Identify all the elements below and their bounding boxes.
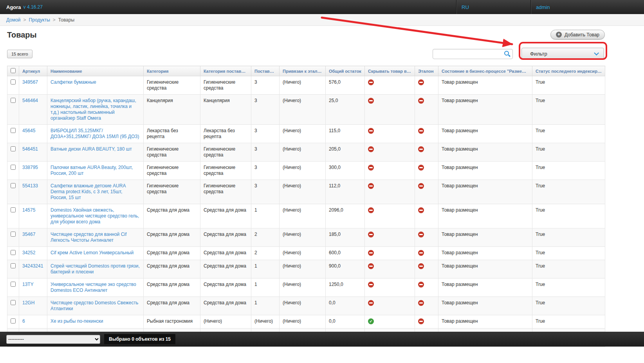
add-product-button[interactable]: + Добавить Товар bbox=[550, 30, 605, 40]
column-header[interactable]: Поставщик bbox=[251, 66, 280, 76]
select-all-cell bbox=[7, 66, 19, 76]
table-row: 349567Салфетки бумажныеГигиенические сре… bbox=[7, 76, 605, 95]
process-state-cell: Товар размещен bbox=[438, 279, 532, 297]
article-link[interactable]: 12GH bbox=[22, 300, 34, 305]
index-status-cell: True bbox=[532, 143, 605, 162]
etalon-cell bbox=[415, 260, 438, 279]
index-status-cell: True bbox=[532, 315, 605, 329]
article-link[interactable]: 14575 bbox=[22, 207, 35, 213]
hide-in-agora-cell bbox=[365, 95, 415, 125]
supplier-category-cell: Средства для дома bbox=[200, 228, 251, 247]
select-all-checkbox[interactable] bbox=[11, 68, 16, 73]
supplier-category-cell: Гигиенические средства bbox=[200, 76, 251, 95]
hide-in-agora-cell bbox=[365, 297, 415, 315]
column-header[interactable]: Категория поставщика bbox=[200, 66, 251, 76]
row-select-cell bbox=[7, 204, 19, 228]
article-link[interactable]: 35467 bbox=[22, 232, 35, 237]
row-checkbox[interactable] bbox=[11, 232, 16, 237]
product-name-link[interactable]: Domestos Хвойная свежесть, универсальное… bbox=[51, 207, 139, 225]
reference-cell: (Ничего) bbox=[280, 162, 326, 180]
article-link-cell: 34252 bbox=[19, 247, 47, 260]
product-name-link[interactable]: Палочки ватные AURA Beauty, 200шт, Росси… bbox=[51, 165, 133, 176]
process-state-cell: Товар размещен bbox=[438, 76, 532, 95]
process-state-cell: Товар размещен bbox=[438, 162, 532, 180]
supplier-category-cell: Гигиенические средства bbox=[200, 162, 251, 180]
user-link[interactable]: admin bbox=[536, 4, 550, 10]
row-checkbox[interactable] bbox=[11, 183, 16, 188]
category-cell: Средства для дома bbox=[144, 204, 200, 228]
row-checkbox[interactable] bbox=[11, 98, 16, 103]
column-header[interactable]: Привязан к эталону bbox=[280, 66, 326, 76]
row-checkbox[interactable] bbox=[11, 165, 16, 170]
check-icon: ✓ bbox=[368, 318, 374, 324]
column-header[interactable]: Наименование bbox=[47, 66, 144, 76]
product-name-link[interactable]: Салфетки бумажные bbox=[51, 79, 96, 85]
row-checkbox[interactable] bbox=[11, 250, 16, 255]
row-checkbox[interactable] bbox=[11, 128, 16, 133]
product-name-link[interactable]: Cif крем Active Lemon Универсальный bbox=[51, 250, 133, 255]
etalon-cell bbox=[415, 247, 438, 260]
product-name-link[interactable]: Хе из рыбы по-пекински bbox=[51, 318, 103, 324]
article-link[interactable]: 13TY bbox=[22, 282, 34, 287]
deny-icon bbox=[368, 207, 374, 213]
index-status-cell: True bbox=[532, 204, 605, 228]
supplier-cell: 3 bbox=[251, 180, 280, 204]
column-header[interactable]: Артикул bbox=[19, 66, 47, 76]
column-header[interactable]: Состояние в бизнес-процессе "Размещение" bbox=[438, 66, 532, 76]
column-header[interactable]: Статус последнего индексирования bbox=[532, 66, 605, 76]
reference-cell: (Ничего) bbox=[280, 228, 326, 247]
stock-cell: 2096,0 bbox=[326, 204, 365, 228]
add-product-label: Добавить Товар bbox=[565, 32, 599, 38]
column-header[interactable]: Скрывать товар в Agora bbox=[365, 66, 415, 76]
product-name-link[interactable]: ВИБРОЦИЛ 35,125МКГ/ДОЗА+351,25МКГ/ ДОЗА … bbox=[51, 128, 139, 139]
row-checkbox[interactable] bbox=[11, 318, 16, 323]
product-name-link[interactable]: Ватные диски AURA BEAUTY, 180 шт bbox=[51, 146, 132, 152]
article-link[interactable]: 546464 bbox=[22, 98, 38, 103]
row-checkbox[interactable] bbox=[11, 282, 16, 287]
supplier-cell: 2 bbox=[251, 228, 280, 247]
row-checkbox[interactable] bbox=[11, 207, 16, 212]
product-name-link[interactable]: Чистящее средство Domestos Свежесть Атла… bbox=[51, 300, 138, 311]
product-name-link[interactable]: Универсальное чистящее эко средство Dome… bbox=[51, 282, 136, 293]
table-row: 34252Cif крем Active Lemon Универсальный… bbox=[7, 247, 605, 260]
filter-button[interactable]: Фильтр bbox=[521, 48, 604, 60]
breadcrumb-products[interactable]: Продукты bbox=[29, 17, 50, 23]
supplier-cell: 3 bbox=[251, 162, 280, 180]
product-name-link[interactable]: Канцелярский набор (ручка, карандаш, нож… bbox=[51, 98, 136, 121]
index-status-cell: True bbox=[532, 162, 605, 180]
reference-cell: (Ничего) bbox=[280, 247, 326, 260]
article-link[interactable]: 34252 bbox=[22, 250, 35, 255]
language-link[interactable]: RU bbox=[462, 4, 469, 10]
search-input[interactable] bbox=[433, 49, 513, 59]
category-cell: Средства для дома bbox=[144, 228, 200, 247]
article-link[interactable]: 349567 bbox=[22, 79, 38, 85]
article-link[interactable]: 6 bbox=[22, 318, 25, 324]
action-select[interactable]: ---------- bbox=[6, 335, 100, 344]
product-name-link[interactable]: Чистящее средство для ванной Cif Легкост… bbox=[51, 232, 126, 243]
column-header[interactable]: Эталон bbox=[415, 66, 438, 76]
search-icon[interactable] bbox=[504, 51, 510, 57]
column-header[interactable]: Общий остаток bbox=[326, 66, 365, 76]
article-link[interactable]: 554133 bbox=[22, 183, 38, 189]
reference-cell: (Ничего) bbox=[280, 315, 326, 329]
category-cell: Гигиенические средства bbox=[144, 76, 200, 95]
product-name-link[interactable]: Салфетки влажные детские AURA Derma prot… bbox=[51, 183, 126, 200]
process-state-cell: Товар размещен bbox=[438, 260, 532, 279]
supplier-category-cell: Средства для дома bbox=[200, 279, 251, 297]
reference-cell: (Ничего) bbox=[280, 125, 326, 143]
article-link[interactable]: 338795 bbox=[22, 165, 38, 170]
article-link[interactable]: 546451 bbox=[22, 146, 38, 152]
process-state-cell: Товар размещен bbox=[438, 204, 532, 228]
row-select-cell bbox=[7, 315, 19, 329]
row-checkbox[interactable] bbox=[11, 263, 16, 268]
article-link[interactable]: 45645 bbox=[22, 128, 35, 133]
row-checkbox[interactable] bbox=[11, 79, 16, 84]
article-link-cell: 13TY bbox=[19, 279, 47, 297]
breadcrumb-home[interactable]: Домой bbox=[6, 17, 21, 23]
product-name-link[interactable]: Спрей чистящий Domestos против грязи, ба… bbox=[51, 263, 140, 275]
row-checkbox[interactable] bbox=[11, 300, 16, 305]
column-header[interactable]: Категория bbox=[144, 66, 200, 76]
row-checkbox[interactable] bbox=[11, 146, 16, 151]
article-link[interactable]: 34243241 bbox=[22, 263, 43, 269]
process-state-cell: Товар размещен bbox=[438, 125, 532, 143]
